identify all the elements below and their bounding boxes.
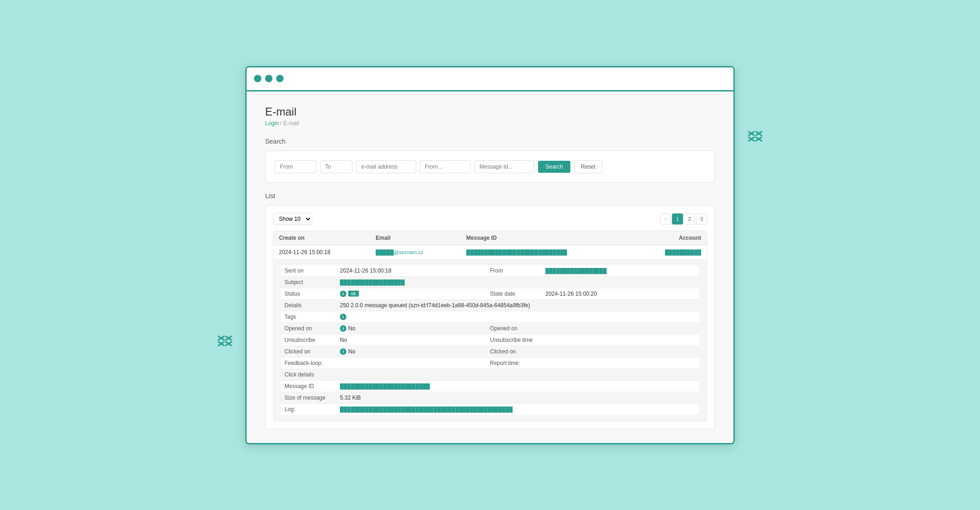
breadcrumb-separator: / [278,120,283,127]
page-3-button[interactable]: 3 [696,213,707,225]
report-time-label: Report time: [490,360,545,366]
list-controls: Show 10 Show 25 Show 50 ‹ 1 2 3 [273,213,707,225]
clicked-on-right-label: Clicked on [490,348,545,355]
message-id-detail-value: █████████████████████████ [340,383,696,389]
message-id-detail-label: Message ID [284,383,340,389]
search-email-input[interactable] [356,160,416,173]
search-msgid-input[interactable] [474,160,534,173]
detail-inner: Sent on 2024-11-26 15:00:18 From ███████… [273,260,707,420]
page-2-button[interactable]: 2 [684,213,695,225]
email-link[interactable]: █████@seznam.cz [376,249,423,255]
status-badge: ok [348,291,359,297]
detail-row-clicked: Clicked on i No Clicked on [281,346,699,358]
detail-panel-cell: Sent on 2024-11-26 15:00:18 From ███████… [273,259,707,420]
subject-label: Subject [284,279,340,285]
list-section-title: List [265,192,715,200]
message-id-link[interactable]: ████████████████████████████ [466,249,567,255]
detail-row-message-id: Message ID █████████████████████████ [281,381,699,392]
browser-window: E-mail Login / E-mail Search Search Rese… [245,66,735,444]
account-link[interactable]: ██████████ [665,249,701,255]
traffic-light-3 [276,75,284,82]
detail-clicked-right: Clicked on [490,348,696,355]
unsubscribe-label: Unsubscribe [284,337,340,343]
search-to-input[interactable] [320,160,352,173]
page-1-button[interactable]: 1 [672,213,683,225]
browser-titlebar [247,67,733,91]
col-header-message-id: Message ID [461,231,634,245]
search-from2-input[interactable] [420,160,471,173]
detail-subject-right [490,279,696,285]
detail-row-subject: Subject ██████████████████ [281,277,699,288]
decorative-x-bottom-left [218,335,232,352]
pagination: ‹ 1 2 3 [660,213,707,225]
search-section: Search Reset [265,151,715,183]
clicked-on-value: No [348,348,490,355]
table-wrapper: Create on Email Message ID Account 2024-… [273,231,707,421]
subject-link[interactable]: ██████████████████ [340,279,405,285]
from-link[interactable]: █████████████████ [545,268,607,273]
tags-info-icon[interactable]: i [340,314,346,320]
detail-panel-row: Sent on 2024-11-26 15:00:18 From ███████… [273,259,707,420]
detail-report-time: Report time: [490,360,696,366]
clicked-on-right-value [545,348,696,355]
detail-state-date: State date 2024-11-26 15:00:20 [490,291,696,297]
detail-unsubscribe-time: Unsubscribe time [490,337,696,343]
detail-row-unsubscribe: Unsubscribe No Unsubscribe time [281,334,699,346]
decorative-x-top-right [748,131,762,147]
feedback-loop-label: Feedback-loop: [284,360,340,366]
detail-feedback-left: Feedback-loop: [284,360,490,366]
page-prev-button[interactable]: ‹ [660,213,671,225]
sent-on-label: Sent on [284,267,340,274]
state-date-value: 2024-11-26 15:00:20 [545,291,696,297]
log-link[interactable]: ████████████████████████████████████████… [340,407,513,412]
opened-on-label: Opened on [284,325,340,332]
log-label: Log: [284,406,340,413]
tags-label: Tags [284,314,340,320]
opened-info-icon[interactable]: i [340,325,346,332]
traffic-light-1 [254,75,261,82]
col-header-email: Email [370,231,461,245]
detail-row-sent-from: Sent on 2024-11-26 15:00:18 From ███████… [281,265,699,277]
subject-value: ██████████████████ [340,279,490,285]
detail-from: From █████████████████ [490,267,696,274]
clicked-on-label: Clicked on [284,348,340,355]
status-label: Status [284,291,340,297]
breadcrumb-login[interactable]: Login [265,120,278,127]
traffic-light-2 [265,75,272,82]
search-row: Search Reset [275,160,705,173]
detail-row-size: Size of message 5.32 KiB [281,392,699,404]
size-value: 5.32 KiB [340,395,696,401]
detail-row-details: Details 250 2.0.0 message queued (szn-id… [281,300,699,311]
message-id-detail-link[interactable]: █████████████████████████ [340,383,430,389]
cell-message-id: ████████████████████████████ [461,245,634,259]
detail-row-status: Status i ok State date 2024-11-26 15:00:… [281,288,699,300]
col-header-created-on: Create on [273,231,370,245]
unsubscribe-time-value [545,337,696,343]
search-button[interactable]: Search [538,161,570,173]
cell-account: ██████████ [634,245,707,259]
clicked-info-icon[interactable]: i [340,348,346,355]
status-info-icon[interactable]: i [340,291,346,297]
show-select[interactable]: Show 10 Show 25 Show 50 [273,213,312,225]
page-title: E-mail [265,105,715,118]
search-from-input[interactable] [275,160,316,173]
click-details-label: Click details [284,371,340,378]
sent-on-value: 2024-11-26 15:00:18 [340,267,490,274]
unsubscribe-value: No [340,337,490,343]
unsubscribe-time-label: Unsubscribe time [490,337,545,343]
breadcrumb-current: E-mail [283,120,299,127]
from-value: █████████████████ [545,267,696,274]
opened-on-value: No [348,325,490,332]
col-header-account: Account [634,231,707,245]
size-label: Size of message [284,395,340,401]
detail-subject: Subject ██████████████████ [284,279,490,285]
breadcrumb: Login / E-mail [265,120,715,127]
detail-clicked-left: Clicked on i No [284,348,490,355]
cell-created-on: 2024-11-26 15:00:18 [273,245,370,259]
table-row[interactable]: 2024-11-26 15:00:18 █████@seznam.cz ████… [273,245,707,259]
detail-sent-on: Sent on 2024-11-26 15:00:18 [284,267,490,274]
reset-button[interactable]: Reset [574,160,602,173]
data-table: Create on Email Message ID Account 2024-… [273,231,707,421]
browser-content: E-mail Login / E-mail Search Search Rese… [247,91,733,443]
detail-row-tags: Tags i [281,311,699,323]
